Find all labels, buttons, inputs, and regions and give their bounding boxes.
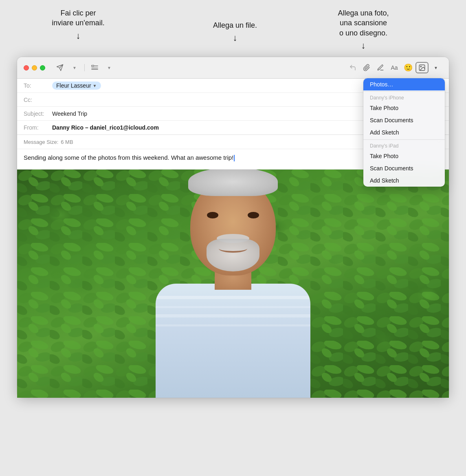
photo-annotation-arrow: ↓: [314, 40, 412, 52]
email-photo: [17, 170, 449, 398]
send-button[interactable]: [53, 62, 66, 73]
dropdown-divider-2: [363, 139, 445, 140]
mail-window: ▼ ▼ Aa 🙂: [17, 57, 449, 398]
to-chip-chevron: ▼: [93, 84, 97, 88]
toolbar-right: Aa 🙂 ▼: [346, 62, 442, 73]
cc-label: Cc:: [24, 97, 52, 103]
svg-point-7: [420, 66, 421, 67]
photos-menu-item[interactable]: Photos…: [363, 78, 445, 90]
iphone-take-photo-item[interactable]: Take Photo: [363, 102, 445, 114]
ipad-section-header: Danny's iPad: [363, 141, 445, 150]
send-annotation: Fai clic per inviare un'email. ↓: [37, 8, 119, 42]
attach-button[interactable]: [360, 62, 373, 73]
annotations-area: Fai clic per inviare un'email. ↓ Allega …: [17, 8, 449, 57]
photo-annotation: Allega una foto, una scansione o uno dis…: [314, 8, 412, 52]
font-button[interactable]: Aa: [388, 62, 401, 73]
format-chevron-button[interactable]: ▼: [103, 62, 116, 73]
to-recipient-chip[interactable]: Fleur Lasseur ▼: [52, 82, 101, 90]
titlebar: ▼ ▼ Aa 🙂: [17, 57, 449, 79]
traffic-lights: [24, 65, 45, 71]
toolbar: ▼ ▼ Aa 🙂: [53, 62, 442, 73]
undo-button[interactable]: [346, 62, 359, 73]
to-value: Fleur Lasseur: [56, 82, 91, 89]
to-label: To:: [24, 82, 52, 89]
toolbar-separator-1: [84, 64, 85, 71]
photo-dropdown-menu: Photos… Danny's iPhone Take Photo Scan D…: [363, 78, 445, 187]
photo-attach-button[interactable]: [415, 62, 429, 73]
ipad-take-photo-item[interactable]: Take Photo: [363, 150, 445, 162]
iphone-section-header: Danny's iPhone: [363, 93, 445, 102]
minimize-button[interactable]: [32, 65, 37, 71]
from-label: From:: [24, 124, 52, 131]
person-figure: [111, 178, 355, 398]
format-button[interactable]: [88, 62, 101, 73]
text-cursor: [234, 155, 235, 161]
send-annotation-arrow: ↓: [37, 30, 119, 42]
markup-button[interactable]: [374, 62, 387, 73]
dropdown-divider-1: [363, 91, 445, 92]
message-size-value: 6 MB: [61, 139, 73, 145]
svg-rect-2: [91, 65, 94, 66]
maximize-button[interactable]: [40, 65, 45, 71]
photo-chevron-button[interactable]: ▼: [429, 62, 442, 73]
subject-label: Subject:: [24, 110, 52, 117]
subject-value[interactable]: Weekend Trip: [52, 110, 87, 117]
send-chevron-button[interactable]: ▼: [68, 62, 81, 73]
attach-annotation-arrow: ↓: [204, 32, 266, 44]
ipad-add-sketch-item[interactable]: Add Sketch: [363, 174, 445, 187]
body-text: Sending along some of the photos from th…: [24, 154, 233, 161]
attach-annotation: Allega un file. ↓: [204, 20, 266, 44]
ipad-scan-documents-item[interactable]: Scan Documents: [363, 162, 445, 174]
from-value: Danny Rico – daniel_rico1@icloud.com: [52, 124, 159, 131]
iphone-add-sketch-item[interactable]: Add Sketch: [363, 126, 445, 139]
emoji-button[interactable]: 🙂: [402, 62, 415, 73]
close-button[interactable]: [24, 65, 29, 71]
message-size-label: Message Size:: [24, 139, 58, 145]
iphone-scan-documents-item[interactable]: Scan Documents: [363, 114, 445, 126]
